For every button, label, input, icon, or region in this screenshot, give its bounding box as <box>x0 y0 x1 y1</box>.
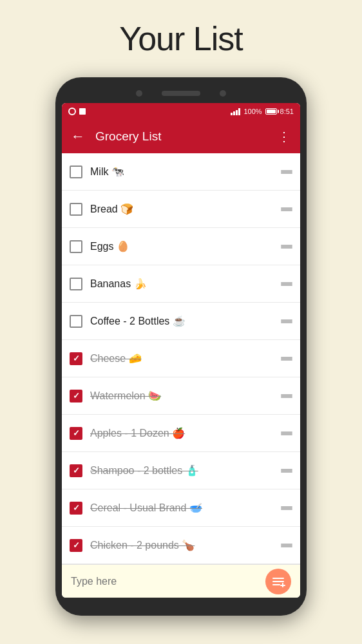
list-item: Eggs 🥚 <box>62 228 300 265</box>
checkbox-item-4[interactable] <box>70 278 82 290</box>
checkbox-item-8[interactable] <box>70 427 82 440</box>
drag-handle-4[interactable] <box>281 282 292 286</box>
signal-icon <box>231 108 240 115</box>
list-item: Cereal - Usual Brand 🥣 <box>62 489 300 527</box>
item-text-9: Shampoo - 2 bottles 🧴 <box>90 464 273 477</box>
checkbox-item-3[interactable] <box>70 240 82 253</box>
grocery-list: Milk 🐄Bread 🍞Eggs 🥚Bananas 🍌Coffee - 2 B… <box>62 153 300 564</box>
list-item: Bread 🍞 <box>62 191 300 228</box>
item-text-6: Cheese 🧀 <box>90 352 273 365</box>
bottom-input-bar <box>62 564 300 598</box>
checkbox-item-1[interactable] <box>70 166 82 178</box>
status-right: 100% 8:51 <box>231 108 294 115</box>
drag-handle-8[interactable] <box>281 431 292 435</box>
item-text-4: Bananas 🍌 <box>90 278 273 290</box>
phone-screen: 100% 8:51 ← Grocery List ⋮ Milk 🐄Bread 🍞… <box>62 103 300 598</box>
svg-rect-4 <box>280 585 285 586</box>
phone-bottom <box>62 598 300 607</box>
list-item: Apples - 1 Dozen 🍎 <box>62 415 300 452</box>
list-item: Coffee - 2 Bottles ☕ <box>62 303 300 340</box>
clock: 8:51 <box>280 108 294 115</box>
drag-handle-7[interactable] <box>281 394 292 398</box>
drag-handle-3[interactable] <box>281 245 292 249</box>
list-item: Milk 🐄 <box>62 153 300 191</box>
list-item: Chicken - 2 pounds 🍗 <box>62 527 300 564</box>
drag-handle-6[interactable] <box>281 357 292 361</box>
list-item: Bananas 🍌 <box>62 265 300 303</box>
svg-rect-2 <box>272 584 280 585</box>
checkbox-item-2[interactable] <box>70 203 82 216</box>
phone-camera <box>136 90 142 97</box>
item-text-5: Coffee - 2 Bottles ☕ <box>90 315 273 327</box>
item-text-11: Chicken - 2 pounds 🍗 <box>90 539 273 551</box>
checkbox-item-7[interactable] <box>70 390 82 402</box>
phone-speaker <box>162 91 200 96</box>
checkbox-item-10[interactable] <box>70 502 82 515</box>
battery-icon <box>265 108 277 115</box>
toolbar: ← Grocery List ⋮ <box>62 120 300 153</box>
list-item: Watermelon 🍉 <box>62 377 300 415</box>
svg-rect-0 <box>272 578 284 579</box>
recording-icon <box>68 108 76 115</box>
page-title: Your List <box>119 19 242 58</box>
phone-device: 100% 8:51 ← Grocery List ⋮ Milk 🐄Bread 🍞… <box>55 77 307 616</box>
item-text-3: Eggs 🥚 <box>90 240 273 252</box>
list-item: Shampoo - 2 bottles 🧴 <box>62 452 300 489</box>
toolbar-title: Grocery List <box>95 129 267 144</box>
battery-percent: 100% <box>243 108 262 115</box>
item-text-1: Milk 🐄 <box>90 166 273 178</box>
battery-fill <box>267 109 276 113</box>
overflow-menu-button[interactable]: ⋮ <box>278 129 291 144</box>
status-bar: 100% 8:51 <box>62 103 300 120</box>
drag-handle-1[interactable] <box>281 170 292 174</box>
phone-sensor <box>220 90 226 97</box>
back-button[interactable]: ← <box>71 128 85 145</box>
type-here-input[interactable] <box>71 576 265 587</box>
item-text-8: Apples - 1 Dozen 🍎 <box>90 427 273 439</box>
checkbox-item-5[interactable] <box>70 315 82 328</box>
drag-handle-9[interactable] <box>281 469 292 473</box>
checkbox-item-9[interactable] <box>70 464 82 477</box>
checkbox-item-11[interactable] <box>70 539 82 552</box>
item-text-10: Cereal - Usual Brand 🥣 <box>90 502 273 514</box>
item-text-7: Watermelon 🍉 <box>90 390 273 402</box>
item-text-2: Bread 🍞 <box>90 203 273 215</box>
drag-handle-11[interactable] <box>281 544 292 547</box>
status-left <box>68 108 86 115</box>
drag-handle-5[interactable] <box>281 319 292 323</box>
add-item-button[interactable] <box>265 569 291 594</box>
checkbox-item-6[interactable] <box>70 352 82 365</box>
drag-handle-2[interactable] <box>281 207 292 211</box>
list-item: Cheese 🧀 <box>62 340 300 377</box>
drag-handle-10[interactable] <box>281 506 292 510</box>
svg-rect-1 <box>272 581 284 582</box>
sim-icon <box>79 108 86 115</box>
phone-top-bar <box>62 86 300 103</box>
